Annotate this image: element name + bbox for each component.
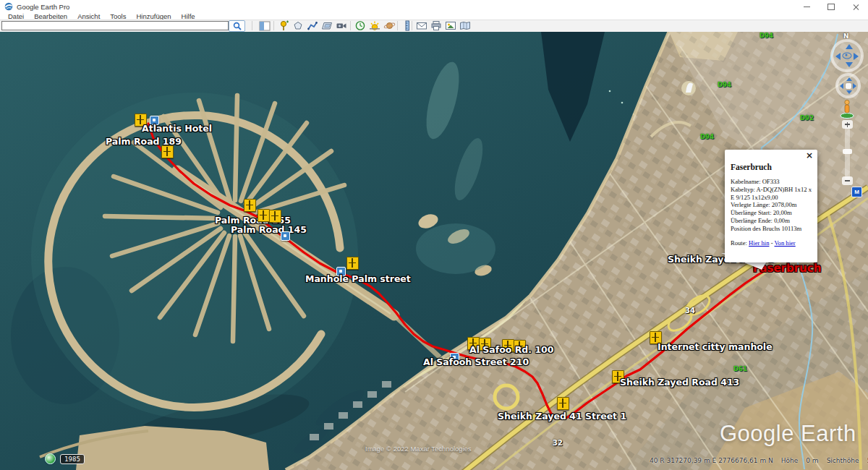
map-label-atlantis[interactable]: Atlantis Hotel [142, 123, 212, 134]
status-elevation-value: 0 m [806, 457, 818, 464]
add-image-overlay-button[interactable] [320, 20, 334, 31]
balloon-route-separator: - [771, 239, 773, 247]
route-to-link[interactable]: Hier hin [749, 239, 769, 247]
record-tour-icon [336, 20, 347, 31]
poi-icon-palm-road-145[interactable] [281, 231, 290, 241]
save-image-button[interactable] [443, 20, 458, 31]
window-title: Google Earth Pro [17, 3, 69, 11]
minimize-icon [804, 7, 810, 7]
google-earth-window: Google Earth Pro Datei Bearbeiten Ansich… [0, 0, 868, 470]
email-button[interactable] [414, 20, 429, 31]
imagery-date-badge[interactable]: 1985 [60, 454, 85, 464]
map-label-sheikh-zayed-road-413[interactable]: Sheikh Zayed Road 413 [620, 377, 739, 388]
move-up-arrow[interactable] [846, 77, 852, 81]
show-sidebar-button[interactable] [258, 20, 272, 31]
ruler-button[interactable] [400, 20, 414, 31]
map-label-al-safooh-street-210[interactable]: Al Safooh Street 210 [423, 356, 529, 367]
map-3d-view[interactable]: Atlantis Hotel Palm Road 189 Palm Road 1… [0, 32, 868, 470]
maximize-icon [827, 4, 835, 10]
add-placemark-button[interactable] [276, 20, 291, 31]
manhole-icon-palm-road-145-a[interactable] [258, 209, 270, 222]
planet-icon [383, 20, 396, 31]
map-label-palm-road-145[interactable]: Palm Road 145 [231, 224, 307, 235]
manhole-icon-palm-road-145-b[interactable] [269, 210, 281, 223]
move-hand-icon[interactable] [846, 83, 851, 89]
sunlight-button[interactable] [367, 20, 382, 31]
manhole-icon-palm-road-189[interactable] [161, 145, 174, 158]
toolbar-separator [252, 21, 252, 30]
imagery-credit: Image © 2022 Maxar Technologies [365, 445, 472, 453]
move-right-arrow[interactable] [853, 83, 856, 89]
route-from-link[interactable]: Von hier [775, 239, 796, 247]
zoom-out-button[interactable] [842, 176, 853, 185]
google-maps-icon [459, 20, 471, 31]
add-path-button[interactable] [305, 20, 320, 31]
status-elevation-label: Höhe [781, 457, 799, 464]
move-joystick[interactable] [835, 73, 861, 98]
look-down-arrow[interactable] [846, 62, 853, 67]
historical-imagery-clock-icon[interactable] [45, 453, 56, 464]
move-down-arrow[interactable] [846, 90, 852, 94]
clock-icon [354, 20, 366, 31]
balloon-route-label: Route: [731, 239, 747, 247]
record-tour-button[interactable] [334, 20, 349, 31]
search-input[interactable] [1, 21, 229, 30]
email-icon [416, 20, 427, 31]
close-button[interactable] [843, 0, 868, 13]
status-bar: 40 R 317270,39 m E 2776676,61 m N Höhe 0… [650, 457, 868, 464]
historical-imagery-button[interactable] [353, 20, 367, 31]
balloon-line-ueberlaenge-start: Überlänge Start: 20,00m [731, 209, 812, 217]
map-label-internet-city-manhole[interactable]: Internet citty manhole [658, 341, 773, 352]
search-button[interactable] [229, 20, 245, 32]
toolbar-separator [273, 21, 274, 30]
zoom-slider-handle[interactable] [843, 149, 852, 154]
close-icon [853, 4, 859, 10]
google-earth-app-icon [4, 2, 13, 11]
move-left-arrow[interactable] [840, 83, 843, 89]
sun-icon [369, 20, 380, 31]
map-label-sheikh-zayed-41-street-1[interactable]: Sheikh Zayed 41 Street 1 [498, 411, 626, 422]
look-up-arrow[interactable] [846, 44, 853, 49]
look-left-arrow[interactable] [835, 53, 841, 60]
maximize-button[interactable] [819, 0, 843, 13]
print-button[interactable] [429, 20, 443, 31]
view-in-google-maps-button[interactable] [458, 20, 472, 31]
manhole-icon-palm-road-155[interactable] [244, 199, 256, 212]
road-label-32: 32 [553, 439, 563, 447]
map-label-manhole-palm-street[interactable]: Manhole Palm street [305, 273, 411, 284]
status-eye-altitude-label: Sichthöhe [827, 457, 859, 464]
toolbar-separator [412, 21, 412, 30]
manhole-icon-palm-street[interactable] [346, 257, 359, 270]
look-joystick[interactable] [830, 39, 864, 72]
metro-sign: M [851, 187, 862, 197]
minimize-button[interactable] [794, 0, 819, 13]
zoom-in-button[interactable] [842, 120, 853, 129]
image-overlay-icon [321, 20, 333, 31]
toolbar-separator [350, 21, 351, 30]
polygon-icon [292, 20, 304, 31]
toolbar-separator [397, 21, 398, 30]
balloon-line-verlegte-laenge: Verlegte Länge: 2078,00m [731, 201, 812, 209]
switch-planet-button[interactable] [382, 20, 396, 31]
balloon-title: Faserbruch [731, 163, 812, 171]
route-sign-d94-b: D94 [718, 81, 731, 88]
route-sign-d94-a: D94 [760, 32, 773, 39]
road-label-34: 34 [685, 307, 695, 315]
route-sign-d94-c: D94 [700, 133, 714, 140]
pegman-street-view[interactable] [839, 98, 855, 119]
title-bar[interactable]: Google Earth Pro [0, 0, 868, 13]
path-icon [307, 20, 318, 31]
add-polygon-button[interactable] [291, 20, 305, 31]
search-icon [233, 22, 242, 30]
map-label-al-safoo-rd-100[interactable]: Al Safoo Rd. 100 [469, 344, 553, 355]
route-sign-d92: D92 [800, 114, 814, 121]
balloon-line-kabelname: Kabelname: OF333 [731, 178, 812, 186]
look-eye-icon[interactable] [843, 53, 852, 59]
look-right-arrow[interactable] [854, 53, 859, 60]
ruler-icon [403, 20, 412, 31]
balloon-line-position: Position des Bruchs 10113m [731, 225, 812, 233]
balloon-line-ueberlaenge-ende: Überlänge Ende: 0,00m [731, 217, 812, 225]
manhole-icon-sz-41-street-1[interactable] [557, 397, 569, 410]
faserbruch-balloon[interactable]: × Faserbruch Kabelname: OF333 Kabeltyp: … [725, 150, 817, 262]
balloon-close-icon[interactable]: × [806, 152, 813, 159]
